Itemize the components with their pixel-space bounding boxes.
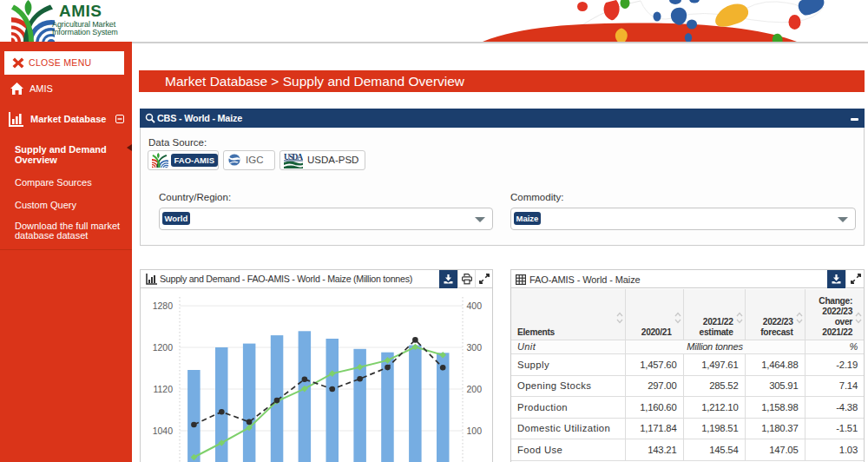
svg-text:1280: 1280 [153, 300, 174, 311]
svg-text:100: 100 [467, 426, 483, 436]
svg-text:300: 300 [467, 342, 483, 353]
svg-text:1120: 1120 [153, 384, 173, 394]
svg-text:1200: 1200 [153, 342, 174, 353]
svg-text:USDA: USDA [284, 152, 303, 161]
svg-text:400: 400 [467, 300, 483, 311]
svg-text:1040: 1040 [153, 426, 174, 436]
svg-text:200: 200 [467, 384, 483, 394]
